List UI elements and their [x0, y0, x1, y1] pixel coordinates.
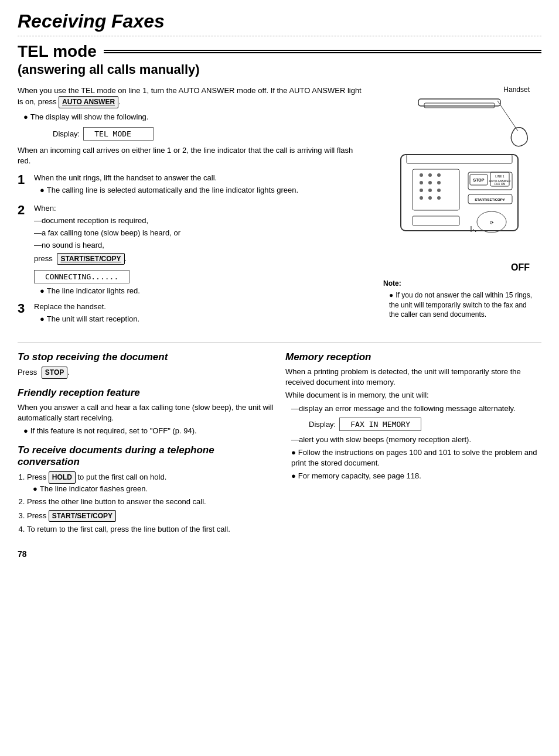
receive-step-4: To return to the first call, press the l…	[27, 524, 274, 535]
step-3-text: Replace the handset.	[34, 302, 366, 312]
connecting-display-wrapper: CONNECTING......	[34, 272, 366, 281]
step-1-bullet-1: The calling line is selected automatical…	[34, 185, 366, 196]
stop-button[interactable]: STOP	[42, 367, 67, 379]
step-2-sub3-text: —no sound is heard,	[34, 241, 104, 249]
note-title: Note:	[383, 279, 536, 289]
step-1-num: 1	[18, 173, 34, 187]
step-3-bullet-1: The unit will start reception.	[34, 314, 366, 324]
receive-during-call-list: Press HOLD to put the first call on hold…	[18, 471, 274, 535]
memory-display-line: Display: FAX IN MEMORY	[309, 418, 541, 431]
right-column: Handset	[377, 85, 541, 332]
friendly-reception-heading: Friendly reception feature	[18, 387, 274, 399]
section-divider	[18, 343, 541, 343]
bottom-left-section: To stop receiving the document Press STO…	[18, 351, 274, 538]
bottom-grid: To stop receiving the document Press STO…	[18, 351, 541, 538]
header-double-line	[104, 50, 541, 53]
svg-point-16	[428, 196, 432, 200]
svg-text:FAX ON: FAX ON	[495, 182, 506, 186]
svg-point-13	[428, 189, 432, 192]
svg-point-17	[437, 196, 441, 200]
steps-container: 1 When the unit rings, lift the handset …	[18, 173, 366, 326]
svg-text:START/SET/COPY: START/SET/COPY	[475, 198, 505, 201]
while-text: While document is in memory, the unit wi…	[285, 390, 541, 401]
svg-point-11	[437, 181, 441, 184]
note-box: Note: If you do not answer the call with…	[383, 279, 536, 323]
page-title: Receiving Faxes	[18, 11, 541, 36]
bottom-right-section: Memory reception When a printing problem…	[285, 351, 541, 538]
receive-step-3: Press START/SET/COPY	[27, 510, 274, 522]
svg-point-14	[437, 189, 441, 192]
svg-point-8	[437, 173, 441, 177]
svg-text:I·.: I·.	[470, 224, 477, 234]
svg-text:STOP: STOP	[473, 178, 485, 182]
svg-point-15	[420, 196, 423, 200]
display-value: TEL MODE	[83, 127, 154, 141]
friendly-reception-bullet: If this feature is not required, set to …	[18, 426, 274, 436]
connecting-display: CONNECTING......	[34, 270, 129, 283]
note-text: If you do not answer the call within 15 …	[383, 290, 536, 320]
receive-step-1-bullet: The line indicator flashes green.	[27, 484, 148, 493]
step-2-press-line: press START/SET/COPY.	[34, 253, 366, 265]
off-label: OFF	[511, 262, 530, 273]
svg-rect-4	[407, 155, 512, 163]
tel-mode-subheading: (answering all calls manually)	[18, 62, 541, 77]
tel-mode-heading: TEL mode	[18, 42, 97, 61]
step-2-press-label: press	[34, 254, 53, 263]
svg-rect-0	[418, 99, 500, 106]
display-label: Display:	[53, 129, 80, 138]
step-2: 2 When: —document reception is required,…	[18, 203, 366, 267]
svg-point-10	[428, 181, 432, 184]
step-2-sub3: —no sound is heard,	[34, 240, 366, 251]
memory-display-value: FAX IN MEMORY	[339, 418, 421, 431]
svg-line-2	[497, 101, 518, 131]
fax-machine-diagram: STOP LINE 1 AUTO ANSWER FAX ON START/SET…	[383, 96, 536, 260]
line-indicator-text: The line indicator lights red.	[34, 286, 366, 296]
step-1-text: When the unit rings, lift the handset to…	[34, 173, 366, 183]
step-2-sub1: —document reception is required,	[34, 215, 366, 226]
start-set-copy-button-step2[interactable]: START/SET/COPY	[57, 253, 124, 265]
receive-step-1: Press HOLD to put the first call on hold…	[27, 471, 274, 494]
memory-reception-text: When a printing problem is detected, the…	[285, 367, 541, 388]
memory-dash1: —display an error message and the follow…	[285, 403, 541, 414]
handset-label: Handset	[503, 85, 530, 94]
svg-rect-18	[413, 216, 459, 225]
friendly-reception-text: When you answer a call and hear a fax ca…	[18, 402, 274, 423]
svg-point-6	[420, 173, 423, 177]
step-3-num: 3	[18, 302, 34, 316]
display-bullet-text: The display will show the following.	[18, 112, 366, 122]
page-number: 78	[18, 549, 541, 559]
left-column: When you use the TEL mode on line 1, tur…	[18, 85, 366, 332]
memory-dash2: —alert you with slow beeps (memory recep…	[285, 435, 541, 445]
main-content: When you use the TEL mode on line 1, tur…	[18, 85, 541, 332]
step-3-content: Replace the handset. The unit will start…	[34, 302, 366, 326]
incoming-call-text: When an incoming call arrives on either …	[18, 145, 366, 166]
step-2-text: When:	[34, 203, 366, 214]
stop-receiving-heading: To stop receiving the document	[18, 351, 274, 363]
memory-bullet2: For memory capacity, see page 118.	[285, 471, 541, 481]
tel-mode-display-line: Display: TEL MODE	[53, 127, 366, 141]
memory-bullet1: Follow the instructions on pages 100 and…	[285, 447, 541, 468]
svg-point-9	[420, 181, 423, 184]
step-2-sub2: —a fax calling tone (slow beep) is heard…	[34, 228, 366, 238]
auto-answer-button[interactable]: AUTO ANSWER	[59, 96, 118, 108]
tel-mode-header: TEL mode	[18, 42, 541, 61]
svg-rect-1	[424, 103, 495, 108]
memory-reception-heading: Memory reception	[285, 351, 541, 363]
receive-during-call-heading: To receive documents during a telephone …	[18, 444, 274, 468]
svg-rect-5	[413, 169, 459, 210]
step-2-content: When: —document reception is required, —…	[34, 203, 366, 267]
step-1: 1 When the unit rings, lift the handset …	[18, 173, 366, 197]
step-3: 3 Replace the handset. The unit will sta…	[18, 302, 366, 326]
step-2-num: 2	[18, 203, 34, 217]
intro-text: When you use the TEL mode on line 1, tur…	[18, 85, 366, 108]
step-1-content: When the unit rings, lift the handset to…	[34, 173, 366, 197]
svg-point-7	[428, 173, 432, 177]
stop-receiving-text: Press STOP.	[18, 367, 274, 379]
svg-text:⟳: ⟳	[490, 220, 494, 225]
svg-text:LINE 1: LINE 1	[495, 175, 505, 178]
memory-display-label: Display:	[309, 420, 336, 429]
start-set-copy-button-bottom[interactable]: START/SET/COPY	[49, 510, 116, 522]
receive-step-2: Press the other line button to answer th…	[27, 497, 274, 507]
hold-button[interactable]: HOLD	[49, 471, 76, 484]
svg-point-12	[420, 189, 423, 192]
